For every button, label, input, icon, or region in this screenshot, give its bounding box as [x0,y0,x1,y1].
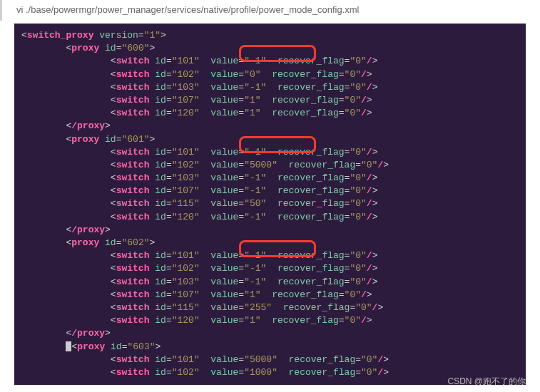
watermark: CSDN @跑不了的你 [447,376,526,388]
file-path-header: vi ./base/powermgr/power_manager/service… [0,0,540,21]
code-viewer: <switch_proxy version="1"> <proxy id="60… [14,24,526,385]
vi-command: vi ./base/powermgr/power_manager/service… [16,4,360,15]
